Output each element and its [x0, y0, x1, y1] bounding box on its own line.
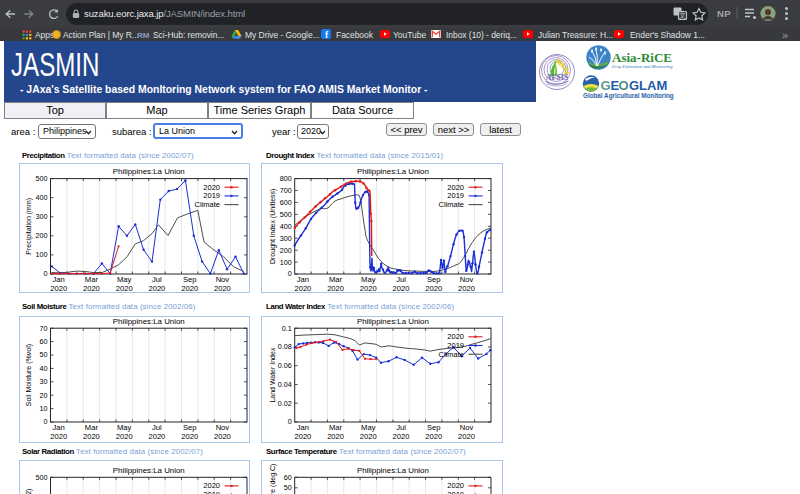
svg-text:500: 500 [36, 174, 48, 183]
svg-text:Drought Index (Unitless): Drought Index (Unitless) [269, 189, 277, 264]
svg-text:2020: 2020 [458, 432, 475, 441]
svg-text:300: 300 [36, 212, 48, 221]
svg-text:2020: 2020 [447, 332, 464, 341]
svg-text:2020: 2020 [214, 432, 231, 441]
svg-text:40: 40 [40, 364, 48, 373]
svg-text:70: 70 [40, 324, 48, 333]
svg-text:2020: 2020 [327, 432, 344, 441]
svg-text:0.04: 0.04 [278, 380, 292, 389]
svg-text:200: 200 [280, 246, 292, 255]
svg-text:Soil Moisture (%vol): Soil Moisture (%vol) [25, 344, 33, 406]
svg-text:100: 100 [280, 258, 292, 267]
svg-text:Philippines:La Union: Philippines:La Union [357, 317, 429, 326]
svg-text:2020: 2020 [360, 432, 377, 441]
svg-text:2020: 2020 [393, 284, 410, 293]
svg-text:2020: 2020 [181, 432, 198, 441]
svg-text:60: 60 [284, 473, 292, 482]
svg-text:2019: 2019 [203, 490, 220, 494]
svg-text:Philippines:La Union: Philippines:La Union [113, 317, 185, 326]
svg-text:0.1: 0.1 [282, 324, 292, 333]
svg-text:2020: 2020 [214, 284, 231, 293]
svg-text:200: 200 [36, 231, 48, 240]
svg-text:20: 20 [40, 391, 48, 400]
svg-text:Philippines:La Union: Philippines:La Union [113, 167, 185, 176]
svg-text:2020: 2020 [447, 183, 464, 192]
svg-text:0.06: 0.06 [278, 361, 292, 370]
svg-text:Philippines:La Union: Philippines:La Union [357, 466, 429, 475]
svg-text:500: 500 [36, 473, 48, 482]
svg-text:2020: 2020 [447, 481, 464, 490]
svg-text:800: 800 [280, 174, 292, 183]
svg-text:700: 700 [280, 186, 292, 195]
svg-text:2020: 2020 [393, 432, 410, 441]
svg-text:2020: 2020 [50, 284, 67, 293]
svg-text:50: 50 [284, 483, 292, 492]
svg-text:10: 10 [40, 404, 48, 413]
svg-text:0: 0 [288, 417, 292, 426]
svg-text:2020: 2020 [458, 284, 475, 293]
svg-text:500: 500 [280, 210, 292, 219]
svg-text:2020: 2020 [360, 284, 377, 293]
svg-text:0: 0 [44, 269, 48, 278]
svg-text:2020: 2020 [203, 183, 220, 192]
svg-text:400: 400 [280, 222, 292, 231]
svg-text:2020: 2020 [50, 432, 67, 441]
svg-text:2020: 2020 [425, 432, 442, 441]
svg-text:0: 0 [44, 417, 48, 426]
svg-text:Climate: Climate [439, 350, 464, 359]
svg-text:300: 300 [280, 234, 292, 243]
svg-text:0.02: 0.02 [278, 399, 292, 408]
svg-text:2019: 2019 [447, 341, 464, 350]
svg-text:Philippines:La Union: Philippines:La Union [357, 167, 429, 176]
svg-text:2020: 2020 [327, 284, 344, 293]
svg-text:Solar Radiation (W/m2): Solar Radiation (W/m2) [25, 489, 33, 494]
svg-text:Climate: Climate [439, 200, 464, 209]
svg-text:Philippines:La Union: Philippines:La Union [113, 466, 185, 475]
svg-text:2020: 2020 [116, 432, 133, 441]
svg-text:2020: 2020 [83, 432, 100, 441]
svg-text:2019: 2019 [203, 191, 220, 200]
svg-text:30: 30 [40, 377, 48, 386]
svg-text:2020: 2020 [425, 284, 442, 293]
svg-text:50: 50 [40, 350, 48, 359]
svg-text:2019: 2019 [447, 490, 464, 494]
svg-text:Surface Temperature (deg.C): Surface Temperature (deg.C) [269, 464, 277, 494]
svg-text:2020: 2020 [148, 284, 165, 293]
svg-text:2020: 2020 [148, 432, 165, 441]
svg-text:2020: 2020 [294, 284, 311, 293]
svg-text:600: 600 [280, 198, 292, 207]
svg-text:2020: 2020 [181, 284, 198, 293]
svg-text:Land Water Index: Land Water Index [269, 347, 276, 402]
svg-text:2020: 2020 [83, 284, 100, 293]
svg-text:100: 100 [36, 250, 48, 259]
svg-text:2020: 2020 [116, 284, 133, 293]
svg-text:0.08: 0.08 [278, 342, 292, 351]
svg-text:60: 60 [40, 337, 48, 346]
svg-text:2020: 2020 [203, 481, 220, 490]
svg-text:400: 400 [36, 193, 48, 202]
svg-text:2019: 2019 [447, 191, 464, 200]
svg-text:2020: 2020 [294, 432, 311, 441]
svg-text:0: 0 [288, 269, 292, 278]
svg-text:Climate: Climate [195, 200, 220, 209]
svg-text:Precipitation (mm): Precipitation (mm) [25, 198, 33, 255]
